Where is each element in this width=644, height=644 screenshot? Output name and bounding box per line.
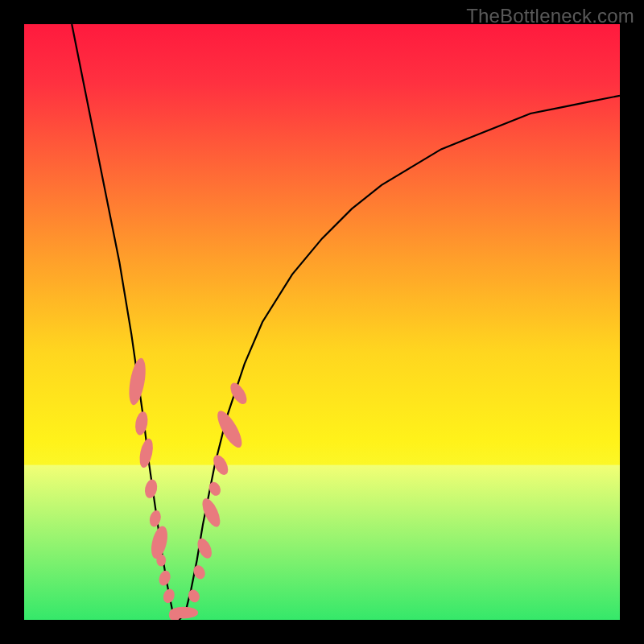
plot-area <box>24 24 620 620</box>
marker <box>156 555 166 567</box>
chart-svg <box>24 24 620 620</box>
marker <box>170 607 199 619</box>
highlight-band <box>24 465 620 620</box>
chart-frame: TheBottleneck.com <box>0 0 644 644</box>
